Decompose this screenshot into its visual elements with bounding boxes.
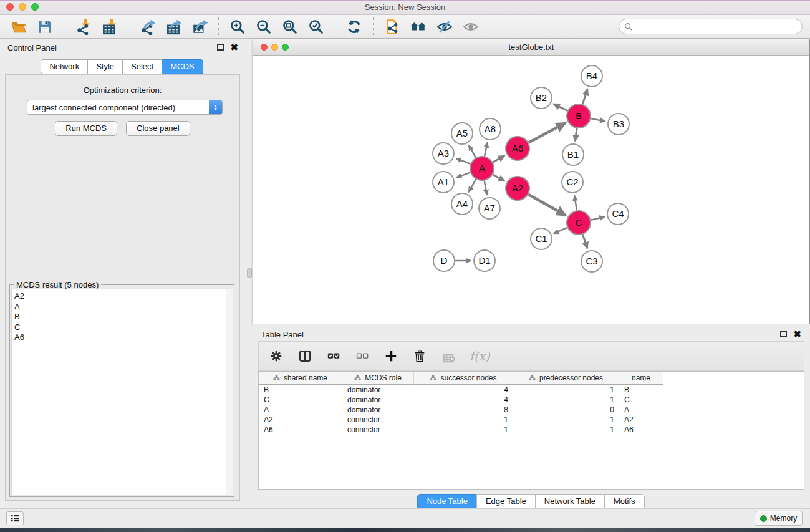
zoom-in-button[interactable] [229,18,246,36]
tab-motifs[interactable]: Motifs [604,494,645,510]
tab-select[interactable]: Select [122,59,162,74]
table-cell: 1 [513,395,619,404]
edge-C-C4[interactable] [591,217,605,220]
optimization-criterion-label: Optimization criterion: [6,85,239,95]
column-header-MCDS-role[interactable]: MCDS role [342,372,414,385]
gear-button[interactable] [269,349,284,364]
column-header-name[interactable]: name [619,372,663,385]
result-list-item[interactable]: A [14,302,226,312]
tab-style[interactable]: Style [87,59,123,74]
result-list-item[interactable]: B [14,312,226,322]
refresh-button[interactable] [345,18,363,36]
table-float-panel-icon[interactable] [780,331,787,337]
edge-C-C2[interactable] [574,196,577,210]
table-cell: 4 [414,385,513,394]
table-toolbar: f(x) [258,341,804,371]
task-history-button[interactable] [6,511,24,525]
table-row[interactable]: Bdominator41B [259,385,663,395]
doc-network-button[interactable] [383,18,401,36]
edge-A-A4[interactable] [469,179,476,191]
table-cell: dominator [342,385,414,394]
export-network-button[interactable] [138,18,156,36]
table-row[interactable]: A2connector11A2 [259,415,663,425]
edge-A-A3[interactable] [456,158,471,164]
close-panel-button[interactable]: Close panel [126,121,190,136]
homes-button[interactable] [410,18,427,36]
trash-button[interactable] [412,349,427,364]
edge-A2-C[interactable] [528,195,566,215]
table-cell: 1 [414,415,513,424]
result-list-item[interactable]: A6 [14,332,226,343]
table-row[interactable]: Adominator80A [259,405,663,415]
tab-edge-table[interactable]: Edge Table [476,494,536,510]
edge-A-A8[interactable] [485,143,488,157]
columns-button[interactable] [297,349,312,364]
edge-A-A1[interactable] [456,173,470,178]
homes-icon [410,19,427,35]
edge-A-A7[interactable] [485,181,487,195]
columns-icon [298,349,312,363]
table-row[interactable]: A6connector11A6 [259,425,663,435]
checkboxes-unchecked-button[interactable] [355,349,370,364]
checkboxes-checked-button[interactable] [326,349,341,364]
zoom-fit-button[interactable] [281,18,299,36]
close-panel-icon[interactable]: ✖ [230,44,238,51]
fx-button: f(x) [470,349,490,364]
fx-icon: f(x) [470,349,490,363]
eye-slash-button[interactable] [436,18,453,36]
network-graph: B4B2BB3A8A5A6A3B1AA1C2A2A4A7C4CC1C3DD1 [254,56,809,323]
zoom-out-button[interactable] [255,18,272,36]
tab-node-table[interactable]: Node Table [417,494,477,510]
edge-B-B1[interactable] [575,128,577,141]
vertical-splitter-handle[interactable] [247,268,252,278]
edge-C-C1[interactable] [554,228,567,233]
doc-network-icon [384,19,400,35]
table-cell: A2 [619,415,663,424]
optimization-criterion-select[interactable]: largest connected component (directed) ▲… [27,100,223,115]
column-header-predecessor-nodes[interactable]: predecessor nodes [513,372,619,385]
table-cell: A2 [259,415,342,424]
mcds-result-list[interactable]: A2ABCA6 [11,289,226,495]
column-header-shared-name[interactable]: shared name [259,372,342,385]
network-canvas[interactable]: B4B2BB3A8A5A6A3B1AA1C2A2A4A7C4CC1C3DD1 [254,56,809,323]
table-cell: A6 [259,425,342,434]
edge-A-A6[interactable] [493,156,504,162]
node-label-A3: A3 [438,148,449,158]
column-header-successor-nodes[interactable]: successor nodes [414,372,513,385]
plus-icon [384,349,398,363]
run-mcds-button[interactable]: Run MCDS [55,121,117,136]
tab-mcds[interactable]: MCDS [162,59,203,74]
edge-A-A5[interactable] [469,145,476,158]
table-close-panel-icon[interactable]: ✖ [793,331,801,337]
edge-B-B4[interactable] [582,89,587,104]
main-toolbar [0,15,810,39]
tab-network-table[interactable]: Network Table [535,494,605,510]
edge-C-C3[interactable] [582,235,587,248]
table-cell: A [259,405,342,414]
result-list-item[interactable]: C [14,322,226,333]
import-table-button[interactable] [100,18,118,36]
table-row[interactable]: Cdominator41C [259,395,663,405]
plus-button[interactable] [383,349,398,364]
export-image-button[interactable] [191,18,208,36]
save-button[interactable] [36,18,54,36]
search-box[interactable] [619,19,803,34]
control-panel-title: Control Panel [7,43,57,52]
mcds-result-groupbox: MCDS result (5 nodes) A2ABCA6 [9,284,234,497]
export-table-button[interactable] [165,18,182,36]
tab-network[interactable]: Network [41,59,88,74]
edge-B-B2[interactable] [554,104,567,111]
eye-gray-button[interactable] [462,18,480,36]
memory-button[interactable]: Memory [755,511,803,526]
result-list-scrollbar[interactable] [226,289,233,495]
import-network-button[interactable] [74,18,92,36]
edge-A-A2[interactable] [493,175,504,181]
edge-A6-B[interactable] [529,123,566,142]
result-list-item[interactable]: A2 [14,291,226,302]
search-input[interactable] [633,19,802,34]
open-folder-button[interactable] [10,18,27,36]
float-panel-icon[interactable] [217,44,224,51]
zoom-selected-button[interactable] [307,18,325,36]
edge-B-B3[interactable] [591,118,605,122]
table-cell: connector [342,415,414,424]
